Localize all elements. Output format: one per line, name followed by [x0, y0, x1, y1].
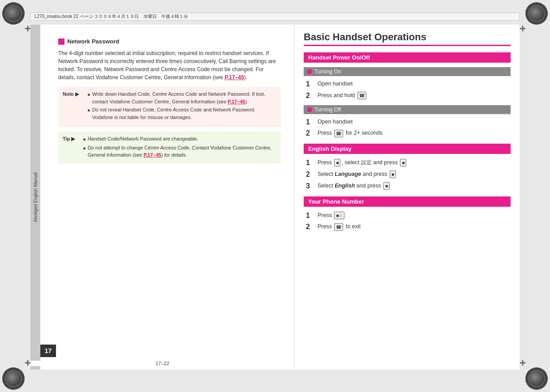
english-display-steps: 1 Press ■, select 設定 and press ■ 2 Selec…	[304, 158, 511, 191]
section-power-on-off: Handset Power On/Off Turning On 1 Open h…	[304, 52, 511, 138]
step-2: 2 Press and hold ☎	[306, 91, 511, 101]
num-btn-icon: ■☆	[334, 212, 344, 219]
section-english-display: English Display 1 Press ■, select 設定 and…	[304, 144, 511, 191]
step-num-1: 1 Press ■☆	[306, 211, 511, 221]
step-1: 1 Open handset	[306, 80, 511, 89]
ok-btn-icon2: ■	[390, 170, 396, 178]
network-password-title: Network Password	[67, 38, 119, 45]
sidebar-label-text: Abridged English Manual	[33, 172, 38, 222]
menu-btn-icon: ■	[334, 159, 340, 166]
step-eng-3: 3 Select English and press ■	[306, 182, 511, 191]
turning-off-header: Turning Off	[304, 105, 511, 114]
left-content: Network Password The 4-digit number sele…	[52, 34, 285, 168]
tip-label: Tip ▶	[63, 135, 83, 143]
exit-btn-icon: ☎	[334, 223, 343, 231]
mini-pink-sq-icon	[307, 69, 312, 74]
tip-box: Tip ▶ ● Handset Code/Network Password ar…	[58, 132, 281, 163]
ok-btn-icon3: ■	[383, 182, 390, 190]
chapter-box: 17	[40, 345, 56, 357]
tip-items: ● Handset Code/Network Password are chan…	[83, 135, 276, 160]
power-on-off-header: Handset Power On/Off	[304, 52, 511, 63]
mini-pink-sq-off-icon	[307, 107, 312, 112]
cross-mark-tr: ✛	[520, 25, 525, 33]
power-off-btn-icon: ☎	[334, 130, 343, 137]
note-items: ● Write down Handset Code, Centre Access…	[87, 90, 276, 122]
your-phone-number-header: Your Phone Number	[304, 196, 511, 207]
sidebar-label: Abridged English Manual	[30, 25, 40, 370]
turning-on-header: Turning On	[304, 67, 511, 76]
bho-title: Basic Handset Operations	[304, 31, 511, 46]
note-item-2: ● Do not reveal Handset Code, Centre Acc…	[87, 106, 276, 121]
step-off-1: 1 Open handset	[306, 118, 511, 127]
corner-decoration-bl	[2, 367, 25, 390]
turning-off-steps: 1 Open handset 2 Press ☎ for 2+ seconds	[304, 118, 511, 139]
cross-mark-br: ✛	[520, 359, 525, 367]
ok-btn-icon: ■	[400, 159, 406, 166]
cross-mark-bl: ✛	[25, 359, 30, 367]
network-password-body: The 4-digit number selected at initial s…	[58, 49, 281, 81]
step-num-2: 2 Press ☎ to exit	[306, 222, 511, 232]
chapter-number: 17	[45, 347, 52, 354]
corner-decoration-tr	[525, 2, 548, 25]
english-display-header: English Display	[304, 144, 511, 154]
turning-on-subsection: Turning On 1 Open handset 2 Press and ho…	[304, 67, 511, 101]
note-box: Note ▶ ● Write down Handset Code, Centre…	[58, 87, 281, 127]
header-text: L270_insatsu.book 22 ページ ２００６年４月１９日 水曜日 …	[34, 13, 188, 20]
tip-item-2: ● Do not attempt to change Centre Access…	[83, 144, 276, 159]
corner-decoration-br	[525, 367, 548, 390]
main-content: Abridged English Manual 17 Network Passw…	[30, 25, 520, 370]
pink-square-icon	[58, 38, 64, 45]
turning-off-subsection: Turning Off 1 Open handset 2 Press ☎ for…	[304, 105, 511, 139]
step-eng-2: 2 Select Language and press ■	[306, 170, 511, 179]
cross-mark-tl: ✛	[25, 25, 30, 33]
step-eng-1: 1 Press ■, select 設定 and press ■	[306, 158, 511, 168]
network-password-header: Network Password	[58, 38, 281, 45]
page-number: 17–22	[30, 361, 294, 366]
body-link[interactable]: P.17–45	[225, 74, 244, 81]
step-off-2: 2 Press ☎ for 2+ seconds	[306, 129, 511, 138]
note-label: Note ▶	[63, 90, 87, 98]
power-btn-icon: ☎	[357, 92, 366, 99]
header-bar: L270_insatsu.book 22 ページ ２００６年４月１９日 水曜日 …	[30, 13, 520, 21]
turning-on-steps: 1 Open handset 2 Press and hold ☎	[304, 80, 511, 101]
section-your-phone-number: Your Phone Number 1 Press ■☆ 2 Press ☎ t…	[304, 196, 511, 232]
note-item-1: ● Write down Handset Code, Centre Access…	[87, 90, 276, 105]
your-phone-number-steps: 1 Press ■☆ 2 Press ☎ to exit	[304, 211, 511, 232]
tip-item-1: ● Handset Code/Network Password are chan…	[83, 135, 276, 143]
corner-decoration-tl	[2, 2, 25, 25]
right-panel: Basic Handset Operations Handset Power O…	[295, 25, 520, 370]
left-panel: Abridged English Manual 17 Network Passw…	[30, 25, 295, 370]
